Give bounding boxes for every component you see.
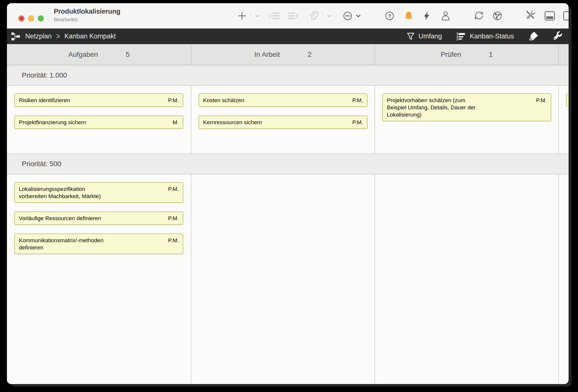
toolbar-divider <box>284 11 284 20</box>
card-title: Kosten schätzen <box>203 97 363 104</box>
kanban-column-cell[interactable]: Risiken identifizierenP.M.Projektfinanzi… <box>7 86 191 153</box>
column-count: 1 <box>489 50 493 58</box>
column-count: 5 <box>126 50 130 58</box>
kanban-column-cell[interactable]: Kosten schätzenP.M.Kernressourcen sicher… <box>191 86 375 153</box>
tools-icon[interactable] <box>525 10 537 22</box>
card-title: Projektvorhaben schätzen (zum Beispiel U… <box>387 97 547 118</box>
kanban-column-cell-clipped[interactable] <box>559 86 569 153</box>
toolbar-right-cluster: ? <box>385 3 569 29</box>
kanban-card[interactable]: Kernressourcen sichernP.M. <box>199 116 368 129</box>
kanban-card[interactable]: Vorläufige Ressourcen definierenP.M. <box>14 211 183 225</box>
card-assignee: P.M. <box>352 119 363 126</box>
card-title: Kommunikationsmatrix/-methoden definiere… <box>19 237 179 251</box>
add-icon[interactable] <box>237 11 247 21</box>
column-header-pruefen[interactable]: Prüfen 1 <box>375 44 559 65</box>
group-rows-icon <box>456 32 466 41</box>
column-header-clipped <box>559 44 569 65</box>
kanban-card[interactable] <box>566 94 569 107</box>
indent-task-icon[interactable] <box>268 11 281 21</box>
document-title: Produktlokalisierung <box>54 8 121 15</box>
bottom-panel-icon[interactable] <box>544 11 555 21</box>
network-publish-icon[interactable] <box>492 10 503 21</box>
attachment-chevron-down-icon[interactable] <box>326 13 333 19</box>
close-button[interactable] <box>18 15 25 22</box>
network-plan-icon[interactable] <box>11 32 21 41</box>
kanban-card[interactable]: Projektvorhaben schätzen (zum Beispiel U… <box>382 94 551 121</box>
toolbar-divider <box>559 11 559 20</box>
card-assignee: P.M. <box>168 186 179 193</box>
conflicts-lightning-icon[interactable] <box>423 11 431 21</box>
window-title-block: Produktlokalisierung Bearbeitet <box>54 8 121 23</box>
column-header-row: Aufgaben 5 In Arbeit 2 Prüfen 1 <box>7 44 569 65</box>
column-count: 2 <box>308 50 312 58</box>
svg-text:?: ? <box>388 13 391 19</box>
funnel-icon <box>406 32 415 41</box>
priority-section-500: Lokalisierungsspezifikation vorbereiten … <box>7 174 569 384</box>
toolbar-left-cluster <box>237 3 362 29</box>
breadcrumb-view[interactable]: Netzplan <box>25 33 52 40</box>
priority-section-1000: Risiken identifizierenP.M.Projektfinanzi… <box>7 86 569 153</box>
kanban-card[interactable]: Projektfinanzierung sichernM. <box>14 116 183 129</box>
kanban-card[interactable]: Risiken identifizierenP.M. <box>14 94 183 107</box>
sync-icon[interactable] <box>474 10 484 21</box>
attachment-icon[interactable] <box>308 11 319 21</box>
column-header-in-arbeit[interactable]: In Arbeit 2 <box>191 44 375 65</box>
kanban-column-cell[interactable]: Lokalisierungsspezifikation vorbereiten … <box>7 174 191 384</box>
kanban-column-cell[interactable] <box>191 174 375 384</box>
card-assignee: P.M. <box>168 97 179 104</box>
resources-person-icon[interactable] <box>440 11 451 21</box>
more-options-chevron-down-icon[interactable] <box>355 12 362 19</box>
titlebar: Produktlokalisierung Bearbeitet <box>7 3 569 29</box>
kanban-card[interactable]: Kommunikationsmatrix/-methoden definiere… <box>14 234 183 254</box>
minimize-button[interactable] <box>28 15 34 22</box>
priority-band-500[interactable]: Priorität: 500 <box>7 153 569 174</box>
card-assignee: P.M. <box>168 215 179 222</box>
card-assignee: P.M. <box>536 97 547 104</box>
toolbar-divider <box>250 11 251 20</box>
group-by-label: Kanban-Status <box>470 33 514 40</box>
kanban-board: Aufgaben 5 In Arbeit 2 Prüfen 1 Prioritä… <box>7 44 569 384</box>
card-assignee: M. <box>173 119 179 126</box>
document-edit-state: Bearbeitet <box>54 17 121 23</box>
card-title: Vorläufige Ressourcen definieren <box>19 215 179 222</box>
card-assignee: P.M. <box>168 237 179 244</box>
priority-label: Priorität: 500 <box>22 160 61 168</box>
traffic-lights <box>18 15 44 22</box>
column-label: Aufgaben <box>68 50 98 58</box>
outdent-task-icon[interactable] <box>287 11 299 21</box>
breadcrumb-subview[interactable]: Kanban Kompakt <box>64 33 116 40</box>
column-header-aufgaben[interactable]: Aufgaben 5 <box>7 44 191 65</box>
toolbar-divider <box>322 11 323 20</box>
navbar-right: Umfang Kanban-Status <box>406 31 563 42</box>
card-assignee: P.M. <box>352 97 363 104</box>
card-title: Lokalisierungsspezifikation vorbereiten … <box>19 186 179 200</box>
kanban-column-cell[interactable] <box>375 174 559 384</box>
group-by-button[interactable]: Kanban-Status <box>456 32 514 41</box>
view-navbar: Netzplan > Kanban Kompakt Umfang Kanban-… <box>7 29 569 44</box>
card-title: Projektfinanzierung sichern <box>19 119 179 126</box>
notifications-bell-icon[interactable] <box>404 11 414 21</box>
wrench-icon[interactable] <box>552 31 563 42</box>
kanban-column-cell-clipped[interactable] <box>559 174 569 384</box>
format-brush-icon[interactable] <box>528 31 539 42</box>
card-title: Risiken identifizieren <box>19 97 179 104</box>
card-title: Kernressourcen sichern <box>203 119 363 126</box>
priority-label: Priorität: 1.000 <box>22 71 67 79</box>
add-chevron-down-icon[interactable] <box>254 13 261 19</box>
kanban-card[interactable]: Lokalisierungsspezifikation vorbereiten … <box>14 182 183 203</box>
help-icon[interactable]: ? <box>385 11 394 21</box>
priority-band-1000[interactable]: Priorität: 1.000 <box>7 65 569 86</box>
filter-scope-button[interactable]: Umfang <box>406 32 442 41</box>
column-label: In Arbeit <box>254 50 280 58</box>
right-panel-icon[interactable] <box>563 11 569 21</box>
zoom-button[interactable] <box>38 15 44 22</box>
breadcrumb: Netzplan > Kanban Kompakt <box>11 32 116 41</box>
app-window: Produktlokalisierung Bearbeitet <box>7 3 569 384</box>
filter-scope-label: Umfang <box>419 33 442 40</box>
breadcrumb-separator: > <box>56 32 60 41</box>
column-label: Prüfen <box>441 50 461 58</box>
kanban-column-cell[interactable]: Projektvorhaben schätzen (zum Beispiel U… <box>375 86 559 153</box>
kanban-card[interactable]: Kosten schätzenP.M. <box>199 94 368 107</box>
more-options-icon[interactable] <box>343 11 352 21</box>
